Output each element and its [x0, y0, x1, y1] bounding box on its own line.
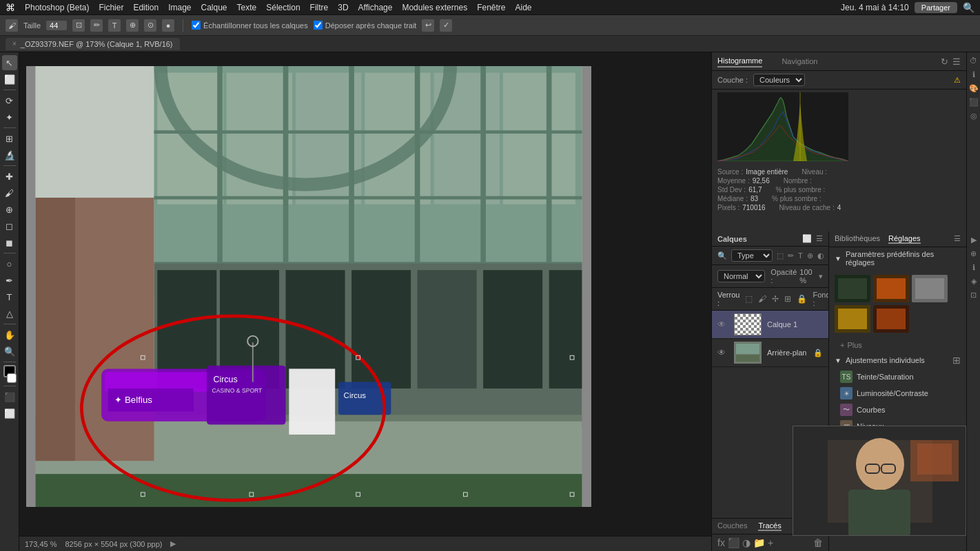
apple-logo[interactable]: ⌘ [6, 2, 15, 13]
gradient2-icon[interactable]: ◎ [968, 110, 979, 121]
layer-add-icon[interactable]: + [768, 537, 773, 548]
layer-delete-icon[interactable]: 🗑 [813, 537, 823, 548]
tool-select-rect[interactable]: ⬜ [2, 72, 17, 87]
adj-edge-5[interactable]: ⊡ [968, 289, 979, 300]
adj-edge-2[interactable]: ⊕ [968, 248, 979, 259]
preset-thumb-1[interactable] [835, 275, 870, 302]
tool-eyedropper[interactable]: 🔬 [2, 147, 17, 163]
tool-dodge[interactable]: ○ [2, 256, 17, 271]
tool-gradient[interactable]: ◼ [2, 235, 17, 250]
tool-clone[interactable]: ⊕ [2, 202, 17, 217]
lock-transparent-icon[interactable]: ⬚ [745, 294, 753, 304]
opacity-value[interactable]: 100 % [799, 268, 816, 284]
filter-icon-4[interactable]: ⊕ [807, 251, 813, 260]
color-icon[interactable]: 🎨 [968, 83, 979, 94]
tool-brush[interactable]: 🖌 [2, 185, 17, 200]
tool-option-3[interactable]: T [108, 19, 121, 32]
tab-traces[interactable]: Tracés [758, 521, 781, 531]
adj-item-luminosite[interactable]: ☀ Luminosité/Contraste [829, 385, 966, 402]
adj-edge-4[interactable]: ◈ [968, 276, 979, 287]
opacity-arrow[interactable]: ▾ [819, 272, 823, 281]
menu-photoshop[interactable]: Photoshop (Beta) [25, 3, 89, 12]
menu-fenetre[interactable]: Fenêtre [477, 3, 505, 12]
info-icon[interactable]: ℹ [968, 69, 979, 80]
document-tab[interactable]: × _OZ93379.NEF @ 173% (Calque 1, RVB/16) [6, 38, 180, 50]
menu-affichage[interactable]: Affichage [358, 3, 393, 12]
histogram-menu-icon[interactable]: ☰ [952, 56, 961, 67]
tool-zoom[interactable]: 🔍 [2, 344, 17, 359]
filter-icon-5[interactable]: ◐ [817, 251, 824, 260]
canvas-area[interactable]: ✦ Belfius Circus CASINO & SPORT Circus [19, 52, 711, 551]
layers-panel-menu[interactable]: ☰ [816, 234, 823, 243]
adj-add-button[interactable]: ⊞ [952, 355, 961, 366]
layer-item-calque1[interactable]: 👁 Calque 1 [712, 311, 828, 339]
tool-shape[interactable]: △ [2, 306, 17, 321]
tab-navigation[interactable]: Navigation [782, 56, 817, 67]
history-icon[interactable]: ⏱ [968, 55, 979, 66]
menu-modules[interactable]: Modules externes [402, 3, 467, 12]
menu-image[interactable]: Image [168, 3, 191, 12]
blend-mode-select[interactable]: Normal [717, 270, 765, 282]
couche-select[interactable]: Couleurs [753, 74, 805, 86]
menu-texte[interactable]: Texte [237, 3, 257, 12]
menu-selection[interactable]: Sélection [266, 3, 300, 12]
plus-button[interactable]: + Plus [829, 338, 966, 352]
preset-thumb-4[interactable] [835, 305, 870, 333]
layer-mask-icon[interactable]: ⬛ [728, 537, 739, 548]
tab-histogram[interactable]: Histogramme [717, 55, 762, 67]
filter-icon-3[interactable]: T [798, 251, 803, 260]
filter-type-select[interactable]: Type [731, 249, 773, 262]
menu-edition[interactable]: Edition [133, 3, 159, 12]
menu-filtre[interactable]: Filtre [310, 3, 329, 12]
tool-crop[interactable]: ⊞ [2, 131, 17, 146]
echantillonner-checkbox[interactable]: Échantillonner tous les calques [192, 21, 308, 30]
tool-heal[interactable]: ✚ [2, 169, 17, 184]
reg-tab[interactable]: Réglages [888, 234, 920, 244]
adj-individual-header[interactable]: ▼ Ajustements individuels ⊞ [829, 352, 966, 368]
undo-icon[interactable]: ↩ [422, 19, 434, 32]
filter-icon-1[interactable]: ⬚ [777, 251, 784, 260]
layer-eye-1[interactable]: 👁 [717, 320, 728, 329]
lock-artboard-icon[interactable]: ⊞ [784, 294, 791, 304]
layer-item-arriere-plan[interactable]: 👁 Arrière-plan 🔒 [712, 339, 828, 367]
background-color[interactable] [7, 373, 17, 383]
presets-section-header[interactable]: ▼ Paramètres prédéfinis des réglages [829, 247, 966, 269]
apply-icon[interactable]: ✓ [440, 19, 452, 32]
menu-fichier[interactable]: Fichier [99, 3, 123, 12]
filter-icon-2[interactable]: ✏ [788, 251, 794, 260]
tool-pen[interactable]: ✒ [2, 273, 17, 288]
preset-thumb-5[interactable] [873, 305, 909, 333]
taille-value[interactable]: 44 [46, 21, 67, 30]
deposer-check[interactable] [314, 21, 323, 30]
tool-lasso[interactable]: ⟳ [2, 93, 17, 108]
share-button[interactable]: Partager [915, 2, 957, 13]
adj-edge-1[interactable]: ▶ [968, 234, 979, 245]
lock-brush-icon[interactable]: 🖌 [758, 294, 766, 304]
tab-close-icon[interactable]: × [12, 40, 17, 48]
tool-magic-wand[interactable]: ✦ [2, 110, 17, 125]
tool-brush-icon[interactable]: 🖌 [6, 19, 18, 32]
arrow-right-icon[interactable]: ▶ [170, 539, 176, 548]
echantillonner-check[interactable] [192, 21, 201, 30]
adj-item-courbes[interactable]: 〜 Courbes [829, 402, 966, 418]
tool-option-2[interactable]: ✏ [90, 19, 103, 32]
tab-couches[interactable]: Couches [717, 521, 747, 531]
tool-quick-mask[interactable]: ⬛ [2, 389, 17, 404]
layer-adj-icon[interactable]: ◑ [742, 537, 751, 548]
menu-aide[interactable]: Aide [515, 3, 532, 12]
menu-calque[interactable]: Calque [201, 3, 227, 12]
histogram-refresh-icon[interactable]: ↻ [941, 56, 948, 67]
search-menu-button[interactable]: 🔍 [963, 2, 974, 13]
adj-edge-3[interactable]: ℹ [968, 262, 979, 273]
tool-option-1[interactable]: ⊡ [72, 19, 85, 32]
layers-panel-icon-1[interactable]: ⬜ [802, 234, 812, 243]
lock-all-icon[interactable]: 🔒 [797, 294, 807, 304]
layer-folder-icon[interactable]: 📁 [753, 537, 765, 548]
preset-thumb-3[interactable] [912, 275, 948, 302]
tool-option-6[interactable]: ● [162, 19, 174, 32]
deposer-checkbox[interactable]: Déposer après chaque trait [314, 21, 417, 30]
tool-eraser[interactable]: ◻ [2, 218, 17, 233]
tool-option-4[interactable]: ⊕ [126, 19, 139, 32]
tool-option-5[interactable]: ⊙ [144, 19, 156, 32]
lib-tab[interactable]: Bibliothèques [835, 234, 880, 244]
